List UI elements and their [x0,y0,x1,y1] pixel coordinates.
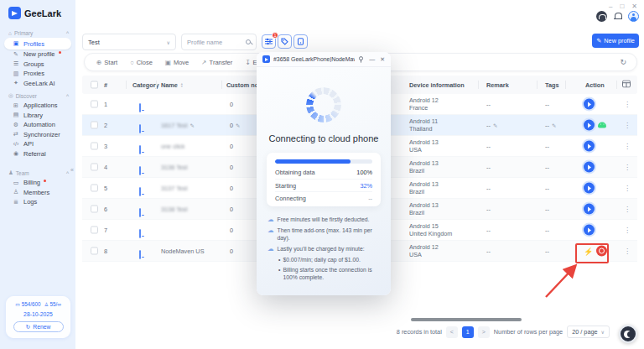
notification-dot [59,51,61,54]
remark-value: -- [486,122,491,129]
support-headset-icon[interactable] [596,11,607,22]
device-location: France [409,104,439,112]
device-os: Android 12 [409,96,439,104]
edit-icon[interactable]: ✎ [552,122,556,128]
tags-button[interactable] [278,34,292,49]
renew-button[interactable]: ↻ Renew [13,321,64,332]
play-button[interactable] [584,162,595,173]
toolbar-close-button[interactable]: ○Close [130,59,153,66]
toolbar-start-button[interactable]: ⊕Start [96,59,117,66]
row-more-button[interactable]: ⋮ [624,227,631,234]
sidebar-item-synchronizer[interactable]: ⇄Synchronizer [4,130,71,140]
sidebar-item-applications[interactable]: ⊞Applications [4,101,71,111]
play-button[interactable] [584,183,595,194]
sidebar-item-logs[interactable]: ≣Logs [4,197,71,207]
sidebar-section-primary[interactable]: ⌂Primary^ [0,28,75,38]
sidebar-item-label: Automation [23,121,55,128]
row-more-button[interactable]: ⋮ [624,101,631,108]
window-maximize-button[interactable]: □ [620,3,624,10]
refresh-icon[interactable]: ↻ [620,58,626,66]
sidebar-item-profiles[interactable]: ▣Profiles [4,38,71,49]
prev-page-button[interactable]: < [446,326,458,338]
groups-icon: ☰ [13,60,19,67]
row-more-button[interactable]: ⋮ [624,164,631,171]
device-os: Android 13 [409,201,439,209]
toolbar-move-button[interactable]: ▣Move [165,59,189,66]
row-checkbox[interactable] [91,185,98,192]
search-input[interactable] [187,39,246,46]
play-button[interactable] [584,120,595,131]
row-checkbox[interactable] [91,122,98,129]
chevron-up-icon[interactable]: ^ [66,30,69,36]
sidebar-item-label: Groups [23,60,44,68]
play-button[interactable] [584,204,595,215]
sidebar-section-discover[interactable]: ◎Discover^ [0,91,75,101]
row-checkbox[interactable] [91,143,98,150]
next-page-button[interactable]: > [478,326,490,338]
notifications-bell-icon[interactable] [613,12,622,21]
filter-sliders-icon [265,38,273,45]
row-more-button[interactable]: ⋮ [624,143,631,150]
edit-icon[interactable]: ✎ [190,122,195,128]
phone-view-button[interactable] [293,34,308,49]
filter-button[interactable]: 1 [262,34,276,49]
profile-name-text: 3137 Test [161,185,188,192]
sidebar-item-geelark-ai[interactable]: ✦GeeLark AI [4,79,71,89]
device-location: Thailand [409,125,438,133]
row-checkbox[interactable] [91,206,98,213]
edit-icon[interactable]: ✎ [236,122,240,128]
pin-icon[interactable] [358,56,364,63]
row-more-button[interactable]: ⋮ [624,122,631,129]
row-more-button[interactable]: ⋮ [624,247,631,255]
user-avatar[interactable] [628,11,639,22]
modal-close-button[interactable]: ✕ [380,56,385,63]
assistant-mascot-button[interactable] [619,325,637,343]
row-checkbox[interactable] [91,164,98,171]
custom-no: 0 [230,206,233,213]
app-logo: GeeLark [0,0,75,19]
edit-icon[interactable]: ✎ [493,122,497,128]
window-minimize-button[interactable]: – [609,3,612,10]
row-checkbox[interactable] [91,101,98,108]
row-more-button[interactable]: ⋮ [624,185,631,192]
billing-note-text: Free minutes will be firstly deducted. [278,216,370,223]
billing-icon: ▭ [13,180,19,186]
sidebar-item-proxies[interactable]: ▥Proxies [4,69,71,79]
sidebar-item-groups[interactable]: ☰Groups [4,60,71,70]
chevron-up-icon[interactable]: ^ [66,170,69,176]
sidebar-item-new-profile[interactable]: ✎New profile [4,49,71,60]
profiles-icon: ▣ [13,40,19,47]
window-close-button[interactable]: ✕ [631,3,637,10]
sidebar-item-members[interactable]: ♙Members [4,188,71,198]
toolbar-item-label: Close [137,59,153,66]
new-profile-button[interactable]: ✎ New profile [592,34,639,48]
row-checkbox[interactable] [91,247,98,255]
device-info: Android 13USA [409,138,439,154]
current-page[interactable]: 1 [462,326,474,338]
modal-minimize-button[interactable]: — [369,56,375,62]
horizontal-scrollbar[interactable] [411,318,522,321]
chevron-up-icon[interactable]: ^ [66,93,69,99]
sidebar: GeeLark ⌂Primary^▣Profiles✎New profile☰G… [0,0,75,349]
row-more-button[interactable]: ⋮ [624,206,631,213]
sidebar-item-billing[interactable]: ▭Billing [4,178,71,188]
toolbar-transfer-button[interactable]: ↗Transfer [201,59,232,66]
sidebar-section-team[interactable]: ♟Team^ [0,168,75,178]
progress-card: Obtaining data100%Starting32%Connecting-… [267,153,381,206]
select-all-checkbox[interactable] [91,81,98,89]
group-select[interactable]: Test ∨ [82,34,176,50]
column-settings-icon[interactable] [622,81,631,90]
play-button[interactable] [584,141,595,152]
profile-name-text: 3136 Test [161,164,188,171]
play-button[interactable] [584,225,595,236]
rows-per-page-select[interactable]: 20 / page ∨ [567,326,610,338]
sidebar-item-automation[interactable]: ⚙Automation [4,120,71,130]
row-checkbox[interactable] [91,227,98,234]
sidebar-collapse-icon[interactable]: « [70,167,74,173]
play-button[interactable] [584,99,595,110]
sort-icon[interactable]: ▲▼ [180,82,184,87]
sidebar-item-referral[interactable]: ◉Referral [4,149,71,159]
team-icon: ♟ [8,169,13,176]
sidebar-item-api[interactable]: ‹/›API [4,139,71,149]
sidebar-item-library[interactable]: ▤Library [4,111,71,121]
